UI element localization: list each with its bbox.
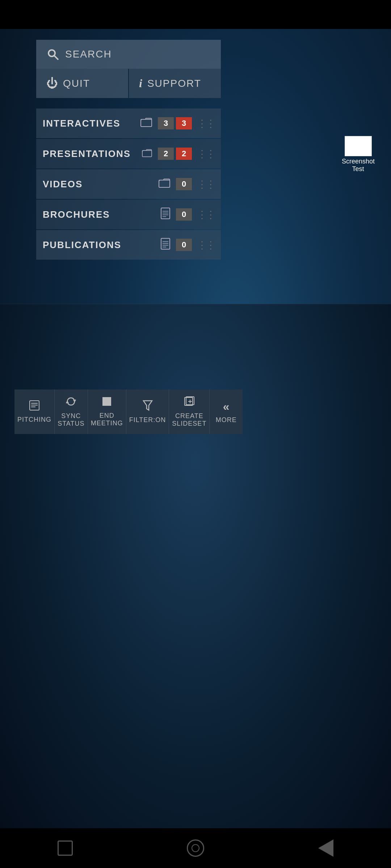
document-icon-publications bbox=[161, 238, 170, 252]
screenshot-test-container: Screenshot Test bbox=[342, 136, 374, 173]
svg-marker-20 bbox=[143, 401, 152, 410]
category-item-publications[interactable]: PUBLICATIONS 0 ⋮⋮ bbox=[36, 230, 221, 260]
svg-rect-19 bbox=[102, 397, 111, 406]
drag-handle-presentations: ⋮⋮ bbox=[197, 148, 214, 160]
pitching-icon bbox=[29, 400, 40, 413]
sync-icon bbox=[66, 396, 76, 409]
bottom-toolbar: PITCHING SYNC STATUS END MEETING bbox=[14, 390, 243, 434]
svg-rect-3 bbox=[142, 150, 152, 157]
nav-bar bbox=[0, 828, 391, 868]
svg-rect-2 bbox=[141, 119, 152, 127]
category-name-publications: PUBLICATIONS bbox=[43, 239, 161, 251]
nav-recent-apps[interactable] bbox=[52, 835, 78, 861]
nav-home[interactable] bbox=[183, 835, 208, 861]
document-icon-brochures bbox=[161, 208, 170, 222]
more-icon: « bbox=[223, 400, 230, 413]
toolbar-more[interactable]: « MORE bbox=[210, 390, 243, 434]
folder-icon-presentations bbox=[142, 148, 152, 160]
count-badge-interactives: 3 bbox=[158, 117, 174, 129]
category-item-videos[interactable]: VIDEOS 0 ⋮⋮ bbox=[36, 169, 221, 199]
svg-rect-10 bbox=[161, 238, 170, 249]
category-name-interactives: INTERACTIVES bbox=[43, 118, 140, 129]
category-name-brochures: BROCHURES bbox=[43, 209, 161, 220]
toolbar-pitching[interactable]: PITCHING bbox=[14, 390, 55, 434]
info-icon: i bbox=[139, 77, 142, 90]
category-name-presentations: PRESENTATIONS bbox=[43, 148, 142, 159]
drag-handle-publications: ⋮⋮ bbox=[197, 239, 214, 251]
search-button[interactable]: SEARCH bbox=[36, 40, 221, 69]
support-button[interactable]: i SUPPORT bbox=[129, 69, 221, 98]
create-slideset-label: CREATE SLIDESET bbox=[172, 412, 206, 427]
folder-icon-interactives bbox=[140, 117, 152, 130]
filter-icon bbox=[143, 400, 153, 413]
status-bar bbox=[0, 0, 391, 29]
toolbar-filter-on[interactable]: FILTER:ON bbox=[126, 390, 169, 434]
svg-line-1 bbox=[55, 56, 59, 60]
end-meeting-label: END MEETING bbox=[91, 412, 123, 427]
count-badge-presentations: 2 bbox=[158, 148, 174, 160]
toolbar-create-slideset[interactable]: CREATE SLIDESET bbox=[169, 390, 210, 434]
toolbar-sync-status[interactable]: SYNC STATUS bbox=[55, 390, 88, 434]
create-slideset-icon bbox=[184, 396, 195, 409]
filter-on-label: FILTER:ON bbox=[129, 416, 166, 424]
svg-rect-5 bbox=[161, 208, 170, 219]
category-item-brochures[interactable]: BROCHURES 0 ⋮⋮ bbox=[36, 200, 221, 229]
home-icon bbox=[186, 839, 205, 858]
bottom-background bbox=[0, 304, 391, 828]
support-label: SUPPORT bbox=[147, 78, 201, 89]
count-badge-brochures: 0 bbox=[176, 208, 192, 221]
svg-point-0 bbox=[49, 50, 55, 56]
category-name-videos: VIDEOS bbox=[43, 179, 159, 190]
count-badge-red-presentations: 2 bbox=[176, 148, 192, 160]
category-item-presentations[interactable]: PRESENTATIONS 2 2 ⋮⋮ bbox=[36, 139, 221, 169]
quit-button[interactable]: ⏻ QUIT bbox=[36, 69, 128, 98]
main-content: SEARCH ⏻ QUIT i SUPPORT Screenshot Test … bbox=[0, 29, 391, 868]
search-icon bbox=[46, 48, 59, 61]
action-row: ⏻ QUIT i SUPPORT bbox=[36, 69, 221, 98]
category-item-interactives[interactable]: INTERACTIVES 3 3 ⋮⋮ bbox=[36, 109, 221, 138]
back-icon bbox=[318, 839, 333, 857]
recent-apps-icon bbox=[58, 841, 73, 856]
drag-handle-videos: ⋮⋮ bbox=[197, 178, 214, 190]
count-badge-red-interactives: 3 bbox=[176, 117, 192, 129]
search-label: SEARCH bbox=[65, 48, 112, 60]
screenshot-test-thumbnail bbox=[345, 136, 372, 156]
folder-icon-videos bbox=[159, 178, 170, 191]
count-badge-videos: 0 bbox=[176, 178, 192, 190]
toolbar-end-meeting[interactable]: END MEETING bbox=[88, 390, 126, 434]
sync-status-label: SYNC STATUS bbox=[58, 412, 85, 427]
svg-rect-4 bbox=[159, 180, 170, 187]
nav-back[interactable] bbox=[313, 835, 339, 861]
more-label: MORE bbox=[216, 416, 237, 424]
quit-label: QUIT bbox=[63, 78, 90, 89]
divider bbox=[0, 304, 391, 304]
top-panel: SEARCH ⏻ QUIT i SUPPORT bbox=[36, 40, 221, 98]
drag-handle-interactives: ⋮⋮ bbox=[197, 118, 214, 129]
end-meeting-icon bbox=[102, 396, 112, 409]
power-icon: ⏻ bbox=[46, 77, 58, 90]
drag-handle-brochures: ⋮⋮ bbox=[197, 209, 214, 221]
category-list: INTERACTIVES 3 3 ⋮⋮ PRESENTATIONS 2 2 bbox=[36, 109, 221, 260]
pitching-label: PITCHING bbox=[17, 416, 51, 424]
count-badge-publications: 0 bbox=[176, 239, 192, 251]
screenshot-test-label: Screenshot Test bbox=[342, 158, 374, 173]
